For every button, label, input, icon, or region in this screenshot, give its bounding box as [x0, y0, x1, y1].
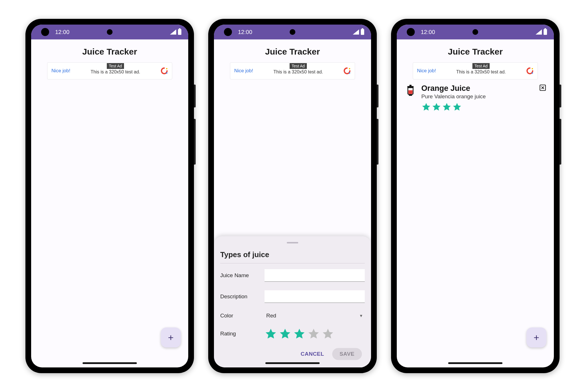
add-juice-fab[interactable]: + — [161, 327, 181, 347]
ad-badge: Test Ad — [472, 63, 490, 69]
camera-cutout-left — [407, 28, 415, 36]
star-icon[interactable] — [279, 327, 291, 340]
camera-cutout-left — [41, 28, 49, 36]
juice-name-input[interactable] — [265, 269, 365, 282]
juice-list-item[interactable]: Orange Juice Pure Valencia orange juice — [397, 79, 554, 116]
page-title: Juice Tracker — [31, 39, 188, 62]
ad-banner[interactable]: Nice job! Test Ad This is a 320x50 test … — [413, 62, 538, 79]
ad-cta: Nice job! — [417, 68, 436, 74]
star-icon — [452, 102, 462, 112]
chevron-down-icon: ▼ — [359, 313, 363, 318]
star-icon[interactable] — [265, 327, 277, 340]
ad-text: This is a 320x50 test ad. — [456, 69, 506, 75]
save-button[interactable]: SAVE — [332, 348, 362, 360]
cancel-button[interactable]: CANCEL — [300, 351, 324, 357]
svg-point-4 — [532, 72, 533, 74]
star-icon[interactable] — [322, 327, 334, 340]
signal-icon — [536, 29, 542, 35]
clock-text: 12:00 — [55, 29, 69, 35]
page-title: Juice Tracker — [397, 39, 554, 62]
camera-cutout-center — [472, 29, 478, 35]
description-input[interactable] — [265, 290, 365, 303]
ad-banner[interactable]: Nice job! Test Ad This is a 320x50 test … — [230, 62, 355, 79]
signal-icon — [353, 29, 359, 35]
camera-cutout-center — [107, 29, 113, 35]
juice-item-name: Orange Juice — [421, 84, 534, 93]
svg-point-5 — [532, 68, 533, 69]
clock-text: 12:00 — [421, 29, 435, 35]
navigation-bar-handle[interactable] — [83, 362, 137, 364]
juice-icon — [404, 84, 417, 98]
color-dropdown[interactable]: Red ▼ — [265, 311, 365, 320]
description-label: Description — [220, 293, 265, 300]
battery-icon — [178, 29, 181, 35]
navigation-bar-handle[interactable] — [448, 362, 502, 364]
star-icon — [432, 102, 441, 112]
status-bar: 12:00 — [31, 25, 188, 39]
svg-point-0 — [166, 72, 167, 74]
phone-form: 12:00 Juice Tracker Nice job! Test Ad Th… — [208, 19, 377, 373]
ad-cta: Nice job! — [234, 68, 253, 74]
plus-icon: + — [534, 332, 539, 343]
camera-cutout-left — [224, 28, 232, 36]
phone-list: 12:00 Juice Tracker Nice job! Test Ad Th… — [391, 19, 560, 373]
status-bar: 12:00 — [397, 25, 554, 39]
add-juice-sheet: Types of juice Juice Name Description Co… — [214, 236, 371, 367]
delete-button[interactable] — [539, 84, 546, 91]
status-bar: 12:00 — [214, 25, 371, 39]
svg-rect-8 — [409, 95, 412, 96]
ad-badge: Test Ad — [290, 63, 307, 69]
admob-icon — [161, 67, 168, 75]
camera-cutout-center — [290, 29, 295, 35]
sheet-title: Types of juice — [220, 250, 365, 263]
page-title: Juice Tracker — [214, 39, 371, 62]
juice-name-label: Juice Name — [220, 272, 265, 279]
ad-cta: Nice job! — [51, 68, 70, 74]
color-dropdown-value: Red — [266, 313, 276, 319]
star-icon — [421, 102, 431, 112]
phone-empty: 12:00 Juice Tracker Nice job! Test Ad Th… — [25, 19, 194, 373]
star-icon[interactable] — [307, 327, 320, 340]
svg-point-1 — [166, 68, 167, 69]
star-icon — [442, 102, 452, 112]
sheet-drag-handle[interactable] — [287, 242, 298, 243]
admob-icon — [343, 67, 351, 75]
battery-icon — [361, 29, 364, 35]
star-icon[interactable] — [293, 327, 306, 340]
ad-text: This is a 320x50 test ad. — [273, 69, 323, 75]
color-label: Color — [220, 313, 265, 319]
svg-rect-7 — [409, 85, 411, 87]
ad-badge: Test Ad — [107, 63, 124, 69]
juice-item-description: Pure Valencia orange juice — [421, 93, 534, 100]
svg-point-2 — [349, 72, 350, 74]
svg-point-3 — [349, 68, 350, 69]
navigation-bar-handle[interactable] — [265, 362, 320, 364]
clock-text: 12:00 — [238, 29, 252, 35]
admob-icon — [526, 67, 534, 75]
add-juice-fab[interactable]: + — [526, 327, 546, 347]
ad-text: This is a 320x50 test ad. — [91, 69, 140, 75]
rating-stars-input[interactable] — [265, 327, 334, 340]
ad-banner[interactable]: Nice job! Test Ad This is a 320x50 test … — [47, 62, 172, 79]
plus-icon: + — [168, 332, 174, 343]
rating-label: Rating — [220, 331, 265, 337]
signal-icon — [170, 29, 176, 35]
juice-item-rating — [421, 102, 534, 112]
battery-icon — [544, 29, 547, 35]
